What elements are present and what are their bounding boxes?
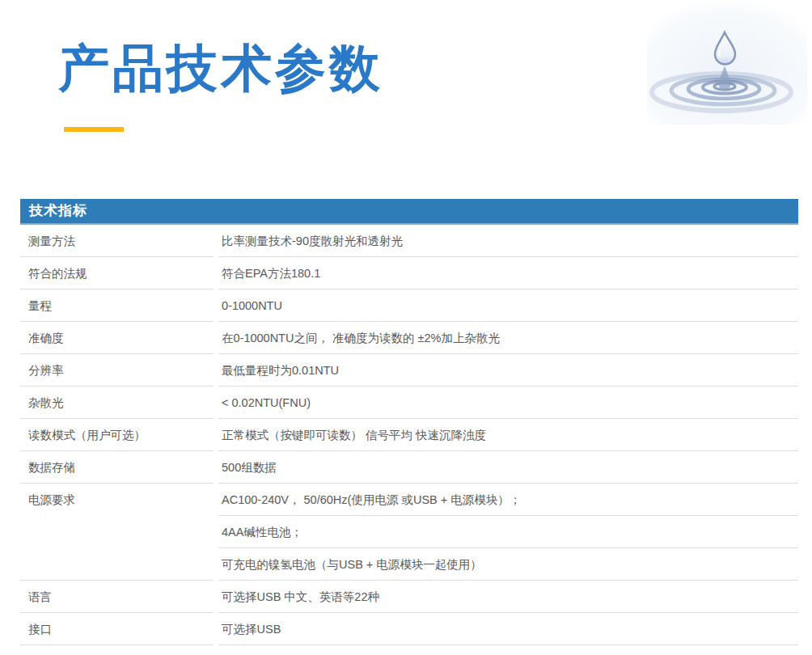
spec-label: 符合的法规: [20, 257, 214, 289]
spec-value: 比率测量技术-90度散射光和透射光: [218, 225, 798, 257]
spec-label: 杂散光: [20, 387, 214, 419]
spec-value-group: AC100-240V， 50/60Hz(使用电源 或USB + 电源模块）；4A…: [218, 484, 798, 581]
spec-value-group: 符合EPA方法180.1: [218, 257, 798, 289]
spec-table: 技术指标 测量方法比率测量技术-90度散射光和透射光符合的法规符合EPA方法18…: [20, 199, 798, 655]
spec-label: 电源要求: [20, 484, 214, 581]
table-row: 符合的法规符合EPA方法180.1: [20, 257, 798, 289]
spec-label: 测量方法: [20, 225, 214, 257]
water-drop-image: [647, 2, 807, 125]
spec-value: 可选择USB 中文、英语等22种: [218, 581, 798, 613]
table-row: 准确度在0-1000NTU之间， 准确度为读数的 ±2%加上杂散光: [20, 322, 798, 354]
page-title: 产品技术参数: [58, 34, 383, 104]
spec-value: 最低量程时为0.01NTU: [218, 354, 798, 387]
spec-value: 在0-1000NTU之间， 准确度为读数的 ±2%加上杂散光: [218, 322, 798, 354]
table-row: 杂散光< 0.02NTU(FNU): [20, 387, 798, 419]
table-row: 量程0-1000NTU: [20, 289, 798, 322]
spec-value: 符合EPA方法180.1: [218, 257, 798, 289]
table-row: 接口可选择USB: [20, 613, 798, 645]
spec-label: 准确度: [20, 322, 214, 354]
spec-value-group: 正常模式（按键即可读数） 信号平均 快速沉降浊度: [218, 419, 798, 451]
spec-value: 500组数据: [218, 451, 798, 484]
spec-value: IP67 (密封盖、 电池室除外): [218, 645, 798, 655]
spec-value-group: 最低量程时为0.01NTU: [218, 354, 798, 387]
spec-label: 读数模式（用户可选）: [20, 419, 214, 451]
water-drop-ripple-icon: [647, 2, 807, 125]
spec-value: 可选择USB: [218, 613, 798, 645]
spec-label: 语言: [20, 581, 214, 613]
spec-label: 分辨率: [20, 354, 214, 387]
spec-label: 量程: [20, 289, 214, 322]
table-row: 读数模式（用户可选）正常模式（按键即可读数） 信号平均 快速沉降浊度: [20, 419, 798, 451]
table-header: 技术指标: [20, 199, 798, 225]
table-row: 测量方法比率测量技术-90度散射光和透射光: [20, 225, 798, 257]
spec-value: < 0.02NTU(FNU): [218, 387, 798, 419]
spec-value: 可充电的镍氢电池（与USB + 电源模块一起使用）: [218, 548, 798, 581]
table-row: 仪器防护等级IP67 (密封盖、 电池室除外): [20, 645, 798, 655]
spec-value-group: 比率测量技术-90度散射光和透射光: [218, 225, 798, 257]
spec-value: 正常模式（按键即可读数） 信号平均 快速沉降浊度: [218, 419, 798, 451]
spec-value-group: 可选择USB 中文、英语等22种: [218, 581, 798, 613]
spec-value-group: 0-1000NTU: [218, 289, 798, 322]
spec-value-group: 500组数据: [218, 451, 798, 484]
spec-value: 0-1000NTU: [218, 289, 798, 322]
spec-label: 数据存储: [20, 451, 214, 484]
title-accent-bar: [64, 127, 124, 132]
spec-value: AC100-240V， 50/60Hz(使用电源 或USB + 电源模块）；: [218, 484, 798, 516]
spec-value-group: 在0-1000NTU之间， 准确度为读数的 ±2%加上杂散光: [218, 322, 798, 354]
spec-value-group: IP67 (密封盖、 电池室除外): [218, 645, 798, 655]
table-row: 电源要求AC100-240V， 50/60Hz(使用电源 或USB + 电源模块…: [20, 484, 798, 581]
table-row: 分辨率最低量程时为0.01NTU: [20, 354, 798, 387]
table-body: 测量方法比率测量技术-90度散射光和透射光符合的法规符合EPA方法180.1量程…: [20, 225, 798, 655]
spec-label: 仪器防护等级: [20, 645, 214, 655]
table-row: 语言可选择USB 中文、英语等22种: [20, 581, 798, 613]
spec-value-group: 可选择USB: [218, 613, 798, 645]
spec-value: 4AA碱性电池；: [218, 516, 798, 548]
spec-label: 接口: [20, 613, 214, 645]
table-row: 数据存储500组数据: [20, 451, 798, 484]
spec-value-group: < 0.02NTU(FNU): [218, 387, 798, 419]
